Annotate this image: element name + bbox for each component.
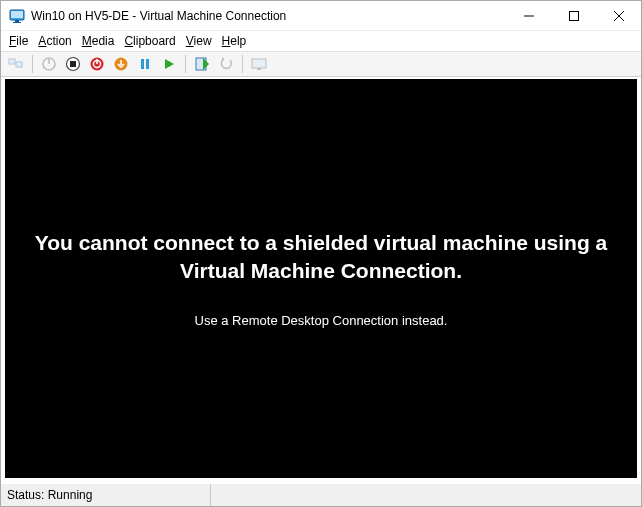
keys-icon <box>8 56 24 72</box>
shielded-error-hint: Use a Remote Desktop Connection instead. <box>195 313 448 328</box>
shut-down-button[interactable] <box>86 53 108 75</box>
toolbar <box>1 51 641 77</box>
reset-button[interactable] <box>158 53 180 75</box>
revert-button[interactable] <box>215 53 237 75</box>
toolbar-separator <box>242 55 243 73</box>
menu-media[interactable]: Media <box>78 33 119 49</box>
start-button[interactable] <box>38 53 60 75</box>
menu-clipboard[interactable]: Clipboard <box>120 33 179 49</box>
close-button[interactable] <box>596 1 641 30</box>
menu-action[interactable]: Action <box>34 33 75 49</box>
toolbar-separator <box>32 55 33 73</box>
svg-rect-12 <box>96 59 98 64</box>
power-red-icon <box>89 56 105 72</box>
status-label: Status <box>7 488 41 502</box>
stop-circle-icon <box>65 56 81 72</box>
status-cell-empty <box>211 484 641 506</box>
status-cell: Status: Running <box>1 484 211 506</box>
svg-rect-14 <box>141 59 144 69</box>
turn-off-button[interactable] <box>62 53 84 75</box>
power-icon <box>41 56 57 72</box>
monitor-icon <box>251 56 267 72</box>
minimize-button[interactable] <box>506 1 551 30</box>
status-value: Running <box>48 488 93 502</box>
revert-icon <box>218 56 234 72</box>
checkpoint-icon <box>194 56 210 72</box>
title-bar: Win10 on HV5-DE - Virtual Machine Connec… <box>1 1 641 31</box>
status-bar: Status: Running <box>1 484 641 506</box>
svg-rect-1 <box>11 11 23 18</box>
checkpoint-button[interactable] <box>191 53 213 75</box>
shielded-error-message: You cannot connect to a shielded virtual… <box>19 229 623 286</box>
maximize-button[interactable] <box>551 1 596 30</box>
toolbar-separator <box>185 55 186 73</box>
svg-rect-15 <box>146 59 149 69</box>
svg-rect-6 <box>16 62 22 67</box>
app-icon <box>9 8 25 24</box>
svg-rect-4 <box>569 11 578 20</box>
menu-bar: File Action Media Clipboard View Help <box>1 31 641 51</box>
save-circle-icon <box>113 56 129 72</box>
svg-rect-3 <box>13 22 21 23</box>
enhanced-session-button[interactable] <box>248 53 270 75</box>
play-icon <box>161 56 177 72</box>
window-title: Win10 on HV5-DE - Virtual Machine Connec… <box>31 9 506 23</box>
save-button[interactable] <box>110 53 132 75</box>
menu-view[interactable]: View <box>182 33 216 49</box>
svg-rect-18 <box>257 68 261 70</box>
svg-rect-5 <box>9 59 15 64</box>
svg-rect-2 <box>15 20 19 22</box>
pause-icon <box>137 56 153 72</box>
menu-file[interactable]: File <box>5 33 32 49</box>
svg-rect-9 <box>70 61 76 67</box>
window-controls <box>506 1 641 30</box>
menu-help[interactable]: Help <box>218 33 251 49</box>
vm-viewport: You cannot connect to a shielded virtual… <box>1 77 641 484</box>
pause-button[interactable] <box>134 53 156 75</box>
ctrl-alt-del-button[interactable] <box>5 53 27 75</box>
svg-rect-17 <box>252 59 266 68</box>
